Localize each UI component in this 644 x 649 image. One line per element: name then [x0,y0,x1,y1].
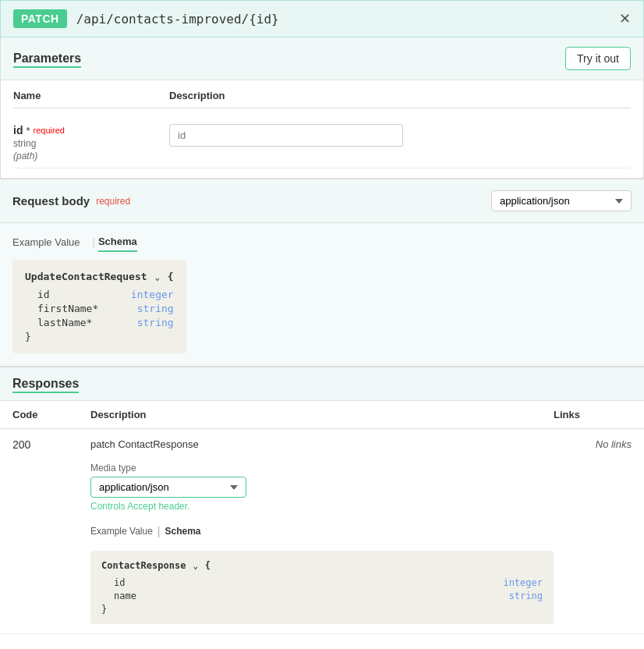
responses-section-title: Responses [12,377,79,391]
schema-field-lastname: lastName* string [25,317,174,328]
param-required-star: * [26,125,30,137]
field-type-lastname: string [137,317,174,328]
response-media-type-select[interactable]: application/json [90,477,246,498]
response-tab-schema[interactable]: Schema [165,524,200,538]
response-code-200: 200 [12,438,90,451]
responses-table-header: Code Description Links [0,401,644,429]
param-input-cell [169,124,631,147]
response-schema-field-name: name string [101,590,543,601]
response-field-name-name: name [114,590,136,601]
params-table-header: Name Description [13,90,631,108]
param-location: (path) [13,151,169,161]
col-links-header: Links [554,409,632,420]
param-name-cell: id * required string (path) [13,124,169,161]
request-body-tabs: Example Value | Schema [0,223,644,252]
parameters-section-title: Parameters [13,51,81,66]
request-body-title-text: Request body [12,194,90,207]
col-description-header: Description [90,409,554,420]
schema-field-id: id integer [25,289,174,300]
chevron-down-icon: ⌄ [154,272,160,282]
tab-pipe: | [157,525,161,537]
response-schema-close-brace: } [101,604,543,615]
col-code-header: Code [12,409,90,420]
field-type-id: integer [131,289,174,300]
tab-divider: | [92,232,94,252]
response-desc-col: patch ContactResponse Media type applica… [90,438,554,624]
field-name-firstname: firstName* [37,303,98,314]
method-badge: PATCH [13,9,67,28]
media-type-label: Media type [90,463,554,473]
param-id-input[interactable] [169,124,403,147]
schema-field-firstname: firstName* string [25,303,174,314]
request-body-media-type-select[interactable]: application/json [491,190,632,211]
endpoint-path: /api/contacts-improved/{id} [76,12,279,27]
parameters-table: Name Description id * required string (p… [1,80,643,178]
field-name-lastname: lastName* [37,317,92,328]
tab-example-value[interactable]: Example Value [12,232,80,252]
response-links: No links [554,438,632,450]
collapse-icon[interactable]: ✕ [619,10,631,27]
response-field-type-name: string [509,590,543,601]
controls-accept-text: Controls Accept header. [90,501,554,512]
parameters-section: Parameters Try it out Name Description i… [0,37,644,179]
parameters-section-header: Parameters Try it out [1,37,643,80]
param-name-row: id * required [13,124,169,137]
request-body-title: Request body required [12,194,130,207]
response-row-200: 200 patch ContactResponse Media type app… [0,429,644,634]
responses-section: Responses Code Description Links 200 pat… [0,366,644,634]
response-desc-text: patch ContactResponse [90,438,554,450]
endpoint-header: PATCH /api/contacts-improved/{id} ✕ [0,0,644,37]
param-row: id * required string (path) [13,118,631,168]
schema-close-brace: } [25,331,174,342]
param-required-label: required [34,126,65,135]
endpoint-left: PATCH /api/contacts-improved/{id} [13,9,279,28]
field-type-firstname: string [137,303,174,314]
response-field-name-id: id [114,577,125,588]
response-schema-field-id: id integer [101,577,543,588]
param-type: string [13,138,169,149]
response-tab-example[interactable]: Example Value [90,524,153,538]
response-field-type-id: integer [503,577,543,588]
response-chevron-icon: ⌄ [193,561,203,571]
field-name-id: id [37,289,50,300]
request-body-schema-block: UpdateContactRequest ⌄ { id integer firs… [12,260,186,353]
col-name-header: Name [13,90,169,101]
media-type-block: Media type application/json Controls Acc… [90,463,554,512]
response-tabs: Example Value | Schema [90,524,554,538]
response-schema-model-title: ContactResponse ⌄ { [101,560,543,571]
param-name: id [13,124,23,137]
request-body-required-badge: required [96,196,130,207]
schema-model-title: UpdateContactRequest ⌄ { [25,271,174,282]
try-it-out-button[interactable]: Try it out [565,47,631,70]
request-body-header: Request body required application/json [0,179,644,223]
request-body-section: Request body required application/json E… [0,179,644,366]
col-description-header: Description [169,90,631,101]
response-schema-block: ContactResponse ⌄ { id integer name stri… [90,551,554,624]
responses-header: Responses [0,367,644,401]
tab-schema[interactable]: Schema [98,232,137,252]
